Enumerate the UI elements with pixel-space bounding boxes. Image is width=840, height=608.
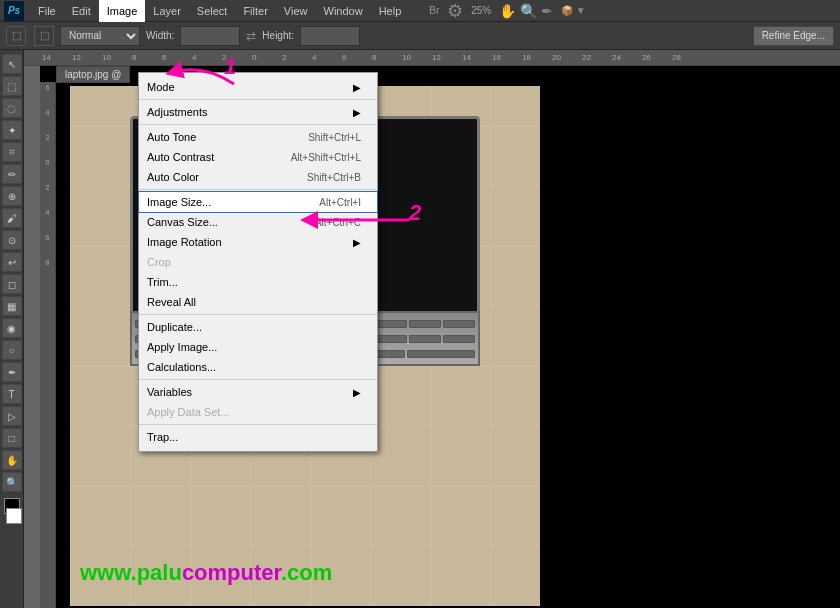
menu-duplicate[interactable]: Duplicate... — [139, 317, 377, 337]
clone-tool[interactable]: ⊙ — [2, 230, 22, 250]
zoom-tool[interactable]: 🔍 — [2, 472, 22, 492]
path-select[interactable]: ▷ — [2, 406, 22, 426]
gradient-tool[interactable]: ▦ — [2, 296, 22, 316]
menu-adjustments-label: Adjustments — [147, 106, 208, 118]
options-bar: ⬚ ⬚ Normal Add Subtract Width: ⇄ Height:… — [0, 22, 840, 50]
menu-auto-tone[interactable]: Auto Tone Shift+Ctrl+L — [139, 127, 377, 147]
menu-view[interactable]: View — [276, 0, 316, 22]
menu-reveal-all[interactable]: Reveal All — [139, 292, 377, 312]
ruler-num: 2 — [280, 53, 310, 62]
menu-section-auto: Auto Tone Shift+Ctrl+L Auto Contrast Alt… — [139, 125, 377, 190]
menu-section-duplicate: Duplicate... Apply Image... Calculations… — [139, 315, 377, 380]
menu-help[interactable]: Help — [371, 0, 410, 22]
dodge-tool[interactable]: ○ — [2, 340, 22, 360]
marquee-tool[interactable]: ⬚ — [2, 76, 22, 96]
rotation-arrow: ▶ — [353, 237, 361, 248]
menu-trim[interactable]: Trim... — [139, 272, 377, 292]
auto-color-label: Auto Color — [147, 171, 199, 183]
auto-contrast-shortcut: Alt+Shift+Ctrl+L — [291, 152, 361, 163]
width-label: Width: — [146, 30, 174, 41]
menu-calculations[interactable]: Calculations... — [139, 357, 377, 377]
menu-image-rotation[interactable]: Image Rotation ▶ — [139, 232, 377, 252]
menu-layer[interactable]: Layer — [145, 0, 189, 22]
variables-label: Variables — [147, 386, 192, 398]
trap-label: Trap... — [147, 431, 178, 443]
marquee-options2: ⬚ — [34, 26, 54, 46]
menu-trap[interactable]: Trap... — [139, 427, 377, 447]
image-size-label: Image Size... — [147, 196, 211, 208]
image-dropdown-menu: Mode ▶ Adjustments ▶ Auto Tone Shift+Ctr… — [138, 72, 378, 452]
auto-color-shortcut: Shift+Ctrl+B — [307, 172, 361, 183]
width-input[interactable] — [180, 26, 240, 46]
blur-tool[interactable]: ◉ — [2, 318, 22, 338]
ruler-num: 0 — [250, 53, 280, 62]
ruler-num: 24 — [610, 53, 640, 62]
menu-apply-data-set[interactable]: Apply Data Set... — [139, 402, 377, 422]
key — [409, 320, 441, 328]
image-size-shortcut: Alt+Ctrl+I — [319, 197, 361, 208]
text-tool[interactable]: T — [2, 384, 22, 404]
menu-apply-image[interactable]: Apply Image... — [139, 337, 377, 357]
refine-edge-button[interactable]: Refine Edge... — [753, 26, 834, 46]
menu-adjustments[interactable]: Adjustments ▶ — [139, 102, 377, 122]
auto-tone-shortcut: Shift+Ctrl+L — [308, 132, 361, 143]
crop-label: Crop — [147, 256, 171, 268]
brush-tool[interactable]: 🖌 — [2, 208, 22, 228]
ruler-num: 12 — [430, 53, 460, 62]
menu-section-adjustments: Adjustments ▶ — [139, 100, 377, 125]
menu-image-size[interactable]: Image Size... Alt+Ctrl+I — [139, 192, 377, 212]
marquee-options: ⬚ — [6, 26, 26, 46]
ps-logo: Ps — [4, 1, 24, 21]
crop-tool[interactable]: ⌗ — [2, 142, 22, 162]
eyedropper-tool[interactable]: ✏ — [2, 164, 22, 184]
history-brush[interactable]: ↩ — [2, 252, 22, 272]
shape-tool[interactable]: □ — [2, 428, 22, 448]
menu-file[interactable]: File — [30, 0, 64, 22]
mode-select[interactable]: Normal Add Subtract — [60, 26, 140, 46]
magic-wand-tool[interactable]: ✦ — [2, 120, 22, 140]
hand-tool[interactable]: ✋ — [2, 450, 22, 470]
ruler-num: 16 — [490, 53, 520, 62]
watermark-www: www. — [80, 560, 137, 585]
ruler-num: 2 — [220, 53, 250, 62]
key — [409, 335, 441, 343]
menu-variables[interactable]: Variables ▶ — [139, 382, 377, 402]
move-tool[interactable]: ↖ — [2, 54, 22, 74]
menu-canvas-size[interactable]: Canvas Size... Alt+Ctrl+C — [139, 212, 377, 232]
ruler-num: 6 — [160, 53, 190, 62]
height-input[interactable] — [300, 26, 360, 46]
canvas-size-label: Canvas Size... — [147, 216, 218, 228]
menu-edit[interactable]: Edit — [64, 0, 99, 22]
menu-section-mode: Mode ▶ — [139, 75, 377, 100]
ruler-num: 8 — [370, 53, 400, 62]
menu-mode[interactable]: Mode ▶ — [139, 77, 377, 97]
menu-section-trap: Trap... — [139, 425, 377, 449]
background-color[interactable] — [6, 508, 22, 524]
variables-arrow: ▶ — [353, 387, 361, 398]
main-area: ↖ ⬚ ◌ ✦ ⌗ ✏ ⊕ 🖌 ⊙ ↩ ◻ ▦ ◉ ○ ✒ T ▷ □ ✋ 🔍 … — [0, 50, 840, 608]
menu-bar: Ps File Edit Image Layer Select Filter V… — [0, 0, 840, 22]
ruler-numbers: 14 12 10 8 6 4 2 0 2 4 6 8 10 12 14 16 1… — [40, 53, 700, 62]
menu-auto-color[interactable]: Auto Color Shift+Ctrl+B — [139, 167, 377, 187]
ruler-num: 26 — [640, 53, 670, 62]
mode-arrow: ▶ — [353, 82, 361, 93]
watermark-domain: .com — [281, 560, 332, 585]
ruler-num: 8 — [130, 53, 160, 62]
eraser-tool[interactable]: ◻ — [2, 274, 22, 294]
menu-crop[interactable]: Crop — [139, 252, 377, 272]
lasso-tool[interactable]: ◌ — [2, 98, 22, 118]
menu-filter[interactable]: Filter — [235, 0, 275, 22]
canvas-size-shortcut: Alt+Ctrl+C — [315, 217, 361, 228]
document-tab[interactable]: laptop.jpg @ — [56, 66, 130, 83]
menu-select[interactable]: Select — [189, 0, 236, 22]
ruler-top: 14 12 10 8 6 4 2 0 2 4 6 8 10 12 14 16 1… — [24, 50, 840, 66]
pen-tool[interactable]: ✒ — [2, 362, 22, 382]
menu-window[interactable]: Window — [316, 0, 371, 22]
ruler-num: 4 — [310, 53, 340, 62]
ruler-num: 20 — [550, 53, 580, 62]
menu-auto-contrast[interactable]: Auto Contrast Alt+Shift+Ctrl+L — [139, 147, 377, 167]
healing-tool[interactable]: ⊕ — [2, 186, 22, 206]
ruler-num: 14 — [40, 53, 70, 62]
watermark-computer: computer — [182, 560, 281, 585]
menu-image[interactable]: Image — [99, 0, 146, 22]
